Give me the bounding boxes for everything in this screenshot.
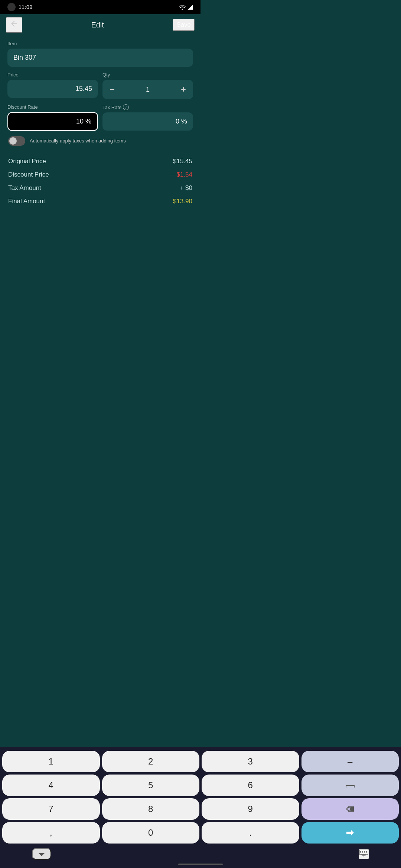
auto-tax-toggle[interactable] — [8, 136, 25, 146]
tax-amount-value: + $0 — [180, 184, 192, 192]
qty-label: Qty — [102, 72, 193, 78]
price-group: Price — [7, 72, 98, 99]
price-input[interactable] — [7, 80, 98, 98]
price-qty-row: Price Qty 1 — [7, 72, 193, 99]
summary-section: Original Price $15.45 Discount Price – $… — [7, 152, 193, 210]
original-price-value: $15.45 — [173, 158, 192, 165]
qty-increment-button[interactable] — [174, 80, 193, 99]
discount-rate-group: Discount Rate — [7, 104, 98, 131]
tax-rate-group: Tax Rate i — [102, 104, 193, 131]
save-button[interactable]: Save — [173, 19, 195, 31]
status-icons — [179, 4, 193, 10]
auto-tax-toggle-row: Automatically apply taxes when adding it… — [7, 136, 193, 146]
item-input[interactable] — [7, 49, 193, 67]
status-bar: 11:09 — [0, 0, 200, 14]
tax-rate-info-icon[interactable]: i — [123, 104, 129, 110]
final-amount-label: Final Amount — [8, 198, 45, 205]
original-price-row: Original Price $15.45 — [8, 155, 192, 168]
qty-decrement-button[interactable] — [102, 80, 122, 99]
price-label: Price — [7, 72, 98, 78]
svg-rect-3 — [183, 87, 184, 92]
final-amount-row: Final Amount $13.90 — [8, 195, 192, 208]
status-time: 11:09 — [19, 4, 33, 10]
tax-amount-label: Tax Amount — [8, 184, 41, 192]
discount-price-label: Discount Price — [8, 171, 49, 178]
svg-rect-1 — [110, 89, 114, 90]
wifi-icon — [179, 4, 186, 10]
back-button[interactable] — [6, 17, 22, 33]
discount-price-row: Discount Price – $1.54 — [8, 168, 192, 181]
qty-value: 1 — [122, 86, 174, 93]
tax-rate-input[interactable] — [102, 112, 193, 131]
form-content: Item Price Qty 1 — [0, 36, 200, 216]
signal-icon — [188, 4, 193, 10]
auto-tax-label: Automatically apply taxes when adding it… — [30, 138, 126, 144]
final-amount-value: $13.90 — [173, 198, 192, 205]
camera-icon — [7, 3, 16, 11]
app-bar: Edit Save — [0, 14, 200, 36]
rates-row: Discount Rate Tax Rate i — [7, 104, 193, 131]
toggle-knob — [9, 137, 17, 145]
page-title: Edit — [91, 21, 104, 29]
original-price-label: Original Price — [8, 158, 46, 165]
discount-price-value: – $1.54 — [171, 171, 192, 178]
discount-rate-input[interactable] — [7, 112, 98, 131]
svg-marker-0 — [188, 4, 193, 10]
qty-control: 1 — [102, 80, 193, 99]
item-label: Item — [7, 41, 193, 46]
discount-rate-label: Discount Rate — [7, 104, 98, 110]
tax-amount-row: Tax Amount + $0 — [8, 181, 192, 195]
tax-rate-label: Tax Rate i — [102, 104, 193, 110]
qty-group: Qty 1 — [102, 72, 193, 99]
